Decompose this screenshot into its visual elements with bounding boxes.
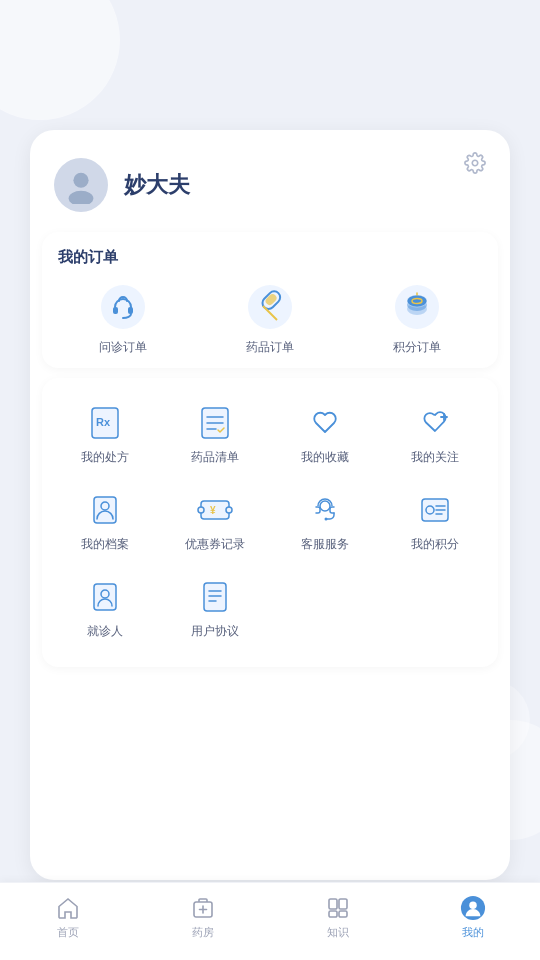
grid-label-favorites: 我的收藏 [301,450,349,465]
records-icon [84,489,126,531]
grid-section: Rx 我的处方 药品清单 [42,378,498,667]
order-label-consultation: 问诊订单 [99,339,147,356]
svg-rect-37 [204,583,226,611]
grid-row-2: 我的档案 ¥ 优惠券记录 [50,479,490,562]
order-label-medicine: 药品订单 [246,339,294,356]
order-item-consultation[interactable]: 问诊订单 [50,281,197,356]
grid-item-follow[interactable]: 我的关注 [380,392,490,475]
settings-button[interactable] [460,148,490,184]
nav-item-mine[interactable]: 我的 [405,895,540,948]
main-card: 妙大夫 我的订单 问诊订单 [30,130,510,880]
prescription-icon: Rx [84,402,126,444]
svg-rect-45 [339,899,347,909]
grid-item-prescription[interactable]: Rx 我的处方 [50,392,160,475]
avatar [54,158,108,212]
medicine-list-icon [194,402,236,444]
orders-section: 我的订单 问诊订单 [42,232,498,368]
coupons-icon: ¥ [194,489,236,531]
svg-point-29 [325,518,328,521]
mine-icon [460,895,486,921]
knowledge-icon [325,895,351,921]
grid-row-1: Rx 我的处方 药品清单 [50,392,490,475]
svg-point-3 [248,285,292,329]
svg-point-49 [469,902,476,909]
svg-text:¥: ¥ [210,505,216,516]
nav-item-pharmacy[interactable]: 药房 [135,895,270,948]
favorites-icon [304,402,346,444]
grid-item-medicine-list[interactable]: 药品清单 [160,392,270,475]
points-icon [391,281,443,333]
grid-item-agreement[interactable]: 用户协议 [160,566,270,649]
patients-icon [84,576,126,618]
nav-item-knowledge[interactable]: 知识 [270,895,405,948]
grid-item-my-points[interactable]: 我的积分 [380,479,490,562]
grid-label-my-points: 我的积分 [411,537,459,552]
username: 妙大夫 [124,170,190,200]
grid-row-3: 就诊人 用户协议 [50,566,490,649]
svg-rect-47 [339,911,347,917]
bottom-nav: 首页 药房 知识 [0,882,540,960]
grid-label-follow: 我的关注 [411,450,459,465]
grid-label-service: 客服服务 [301,537,349,552]
pharmacy-icon [190,895,216,921]
svg-text:Rx: Rx [96,416,111,428]
grid-label-agreement: 用户协议 [191,624,239,639]
grid-label-medicine-list: 药品清单 [191,450,239,465]
svg-point-25 [198,507,204,513]
grid-item-patients[interactable]: 就诊人 [50,566,160,649]
svg-point-26 [226,507,232,513]
consultation-icon [97,281,149,333]
nav-item-home[interactable]: 首页 [0,895,135,948]
svg-rect-46 [329,911,337,917]
order-item-points[interactable]: 积分订单 [343,281,490,356]
nav-label-knowledge: 知识 [327,925,349,940]
svg-point-1 [69,191,94,204]
grid-item-records[interactable]: 我的档案 [50,479,160,562]
nav-label-home: 首页 [57,925,79,940]
grid-item-coupons[interactable]: ¥ 优惠券记录 [160,479,270,562]
grid-label-prescription: 我的处方 [81,450,129,465]
nav-label-mine: 我的 [462,925,484,940]
bg-decoration-1 [0,0,120,120]
order-item-medicine[interactable]: 药品订单 [197,281,344,356]
grid-item-service[interactable]: 客服服务 [270,479,380,562]
grid-label-records: 我的档案 [81,537,129,552]
svg-point-0 [73,173,88,188]
grid-item-favorites[interactable]: 我的收藏 [270,392,380,475]
follow-icon [414,402,456,444]
order-label-points: 积分订单 [393,339,441,356]
nav-label-pharmacy: 药房 [192,925,214,940]
agreement-icon [194,576,236,618]
svg-rect-44 [329,899,337,909]
svg-point-28 [320,501,330,511]
order-items-container: 问诊订单 药品订单 [50,281,490,356]
medicine-icon [244,281,296,333]
my-points-icon [414,489,456,531]
svg-point-2 [101,285,145,329]
orders-title: 我的订单 [50,248,490,267]
grid-label-patients: 就诊人 [87,624,123,639]
grid-label-coupons: 优惠券记录 [185,537,245,552]
home-icon [55,895,81,921]
profile-section: 妙大夫 [30,130,510,232]
service-icon [304,489,346,531]
